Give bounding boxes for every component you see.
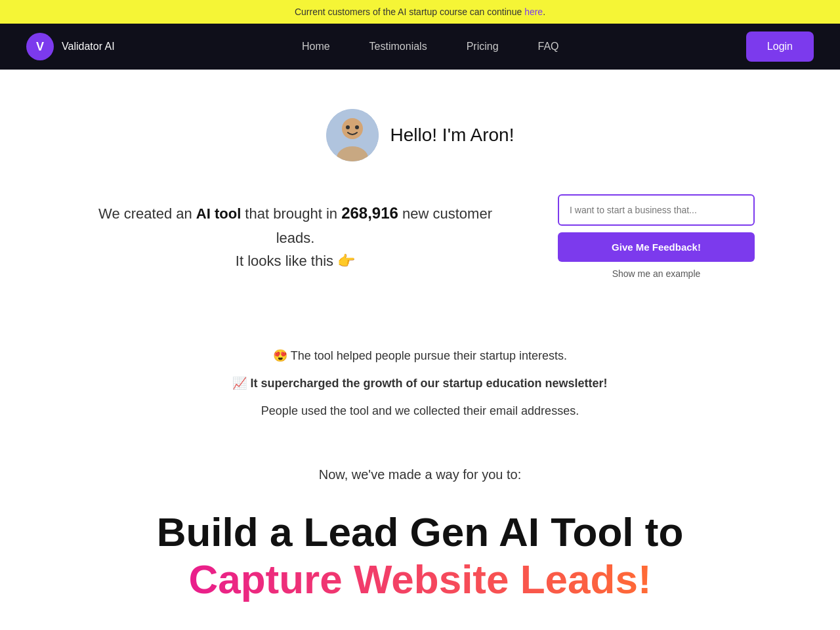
svg-point-1 bbox=[342, 118, 363, 139]
heading-line2: Capture Website Leads! bbox=[188, 556, 651, 602]
brand-link[interactable]: V Validator AI bbox=[26, 33, 115, 60]
announcement-banner: Current customers of the AI startup cour… bbox=[0, 0, 840, 24]
nav-faq[interactable]: FAQ bbox=[538, 41, 559, 52]
hero-section: Hello! I'm Aron! We created an AI tool t… bbox=[0, 70, 840, 331]
feedback-button[interactable]: Give Me Feedback! bbox=[558, 232, 755, 262]
hero-widget: Give Me Feedback! Show me an example bbox=[558, 194, 755, 279]
banner-link[interactable]: here bbox=[524, 7, 543, 17]
nav-links: Home Testimonials Pricing FAQ bbox=[302, 41, 559, 52]
mid-section: We created an AI tool that brought in 26… bbox=[59, 188, 781, 305]
now-section: Now, we've made a way for you to: bbox=[0, 454, 840, 489]
svg-point-3 bbox=[346, 125, 350, 129]
business-idea-input[interactable] bbox=[558, 194, 755, 226]
stat-line-1: 😍 The tool helped people pursue their st… bbox=[151, 345, 689, 367]
banner-text: Current customers of the AI startup cour… bbox=[295, 7, 524, 17]
navbar: V Validator AI Home Testimonials Pricing… bbox=[0, 24, 840, 70]
nav-home[interactable]: Home bbox=[302, 41, 330, 52]
hero-copy: We created an AI tool that brought in 26… bbox=[85, 201, 505, 272]
avatar bbox=[326, 109, 379, 161]
show-example-link[interactable]: Show me an example bbox=[612, 268, 701, 279]
login-button[interactable]: Login bbox=[746, 32, 814, 62]
now-text: Now, we've made a way for you to: bbox=[26, 467, 814, 482]
stat-line-3: People used the tool and we collected th… bbox=[151, 400, 689, 422]
stat-line-2: 📈 It supercharged the growth of our star… bbox=[151, 372, 689, 394]
avatar-row: Hello! I'm Aron! bbox=[13, 109, 827, 161]
brand-logo: V bbox=[26, 33, 54, 60]
nav-testimonials[interactable]: Testimonials bbox=[369, 41, 427, 52]
brand-name: Validator AI bbox=[62, 41, 115, 52]
heading-line1: Build a Lead Gen AI Tool to bbox=[157, 509, 684, 555]
big-heading-section: Build a Lead Gen AI Tool to Capture Webs… bbox=[125, 489, 715, 630]
stats-section: 😍 The tool helped people pursue their st… bbox=[125, 331, 715, 454]
nav-pricing[interactable]: Pricing bbox=[467, 41, 499, 52]
svg-point-4 bbox=[355, 125, 359, 129]
greeting-text: Hello! I'm Aron! bbox=[390, 125, 514, 146]
